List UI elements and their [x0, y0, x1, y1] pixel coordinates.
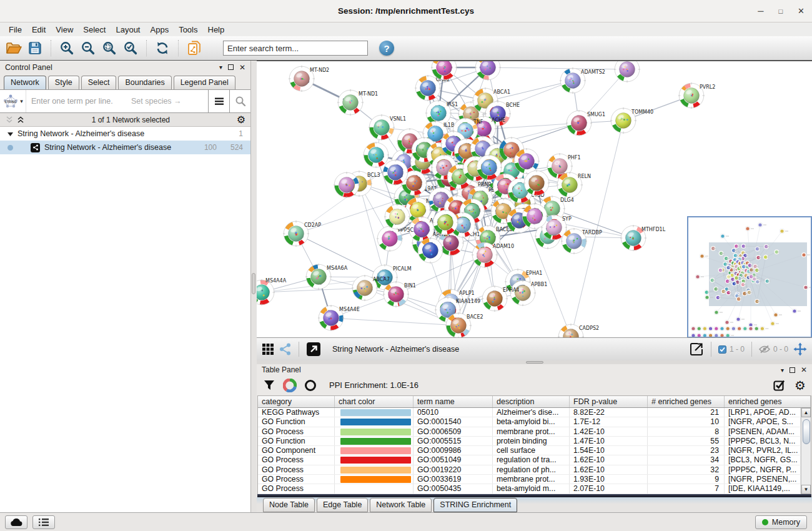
network-node[interactable]: CD2AP [283, 221, 321, 247]
chart-color-icon[interactable] [283, 379, 297, 392]
network-node[interactable]: ADAM10 [472, 242, 514, 268]
network-node[interactable]: RELN [557, 172, 591, 198]
memory-button[interactable]: Memory [755, 515, 807, 529]
scroll-up-button[interactable]: ▲ [801, 408, 811, 417]
network-node[interactable]: TOMM40 [610, 107, 653, 134]
zoom-fit-button[interactable] [101, 39, 118, 57]
export-network-button[interactable] [186, 39, 203, 57]
column-header-category[interactable]: category [258, 396, 335, 407]
string-query-input[interactable] [26, 97, 208, 106]
expand-all-icon[interactable] [16, 116, 25, 124]
minimize-button[interactable]: ─ [758, 6, 763, 16]
menu-edit[interactable]: Edit [27, 24, 51, 36]
network-node[interactable]: PPP5C [377, 226, 414, 252]
network-node[interactable]: MS4A4E [318, 305, 360, 331]
network-node[interactable]: CADPS2 [558, 324, 599, 337]
network-node[interactable]: APBB1 [510, 280, 547, 306]
birds-eye-view[interactable] [687, 216, 812, 337]
menu-apps[interactable]: Apps [146, 24, 174, 36]
export-view-icon[interactable] [689, 342, 704, 357]
network-node[interactable] [475, 61, 501, 81]
table-row[interactable]: GO FunctionGO:0005515protein binding1.47… [258, 437, 801, 446]
ring-chart-icon[interactable] [304, 379, 317, 392]
zoom-selected-button[interactable] [122, 39, 139, 57]
column-header-description[interactable]: description [493, 396, 570, 407]
network-collection-row[interactable]: String Network - Alzheimer's disease 1 [0, 127, 250, 141]
table-row[interactable]: GO ProcessGO:0033619membrane prot...1.93… [258, 475, 801, 484]
help-button[interactable]: ? [379, 41, 394, 56]
gear-icon[interactable]: ⚙ [237, 115, 245, 125]
network-canvas[interactable]: MT-ND2MT-ND1VSNL1GAB2ADAMTS2PVRL2SMUG1TO… [257, 61, 812, 337]
network-node[interactable]: PVRL2 [678, 82, 715, 109]
network-node[interactable]: SMUG1 [566, 110, 605, 136]
network-node[interactable]: MT-ND1 [337, 89, 378, 116]
horizontal-splitter[interactable] [257, 360, 812, 364]
navigator-icon[interactable] [793, 342, 807, 356]
menu-select[interactable]: Select [78, 24, 111, 36]
maximize-button[interactable]: □ [778, 7, 783, 15]
menu-layout[interactable]: Layout [111, 24, 145, 36]
network-node[interactable]: BIN1 [383, 281, 416, 307]
table-row[interactable]: GO FunctionGO:0001540beta-amyloid bi...1… [258, 417, 801, 427]
string-logo-button[interactable]: STRING ▾ [0, 90, 26, 112]
menu-view[interactable]: View [51, 24, 78, 36]
menu-file[interactable]: File [4, 24, 27, 36]
filter-icon[interactable] [263, 379, 275, 392]
tab-string-enrichment[interactable]: STRING Enrichment [433, 498, 517, 512]
menu-tools[interactable]: Tools [174, 24, 202, 36]
vertical-splitter[interactable] [251, 61, 257, 512]
gear-icon[interactable]: ⚙ [795, 379, 806, 392]
table-row[interactable]: KEGG Pathways05010Alzheimer's dise...8.8… [258, 408, 801, 417]
network-node[interactable]: TARDBP [561, 228, 602, 254]
task-history-button[interactable] [32, 515, 55, 529]
network-node[interactable]: MTHFD1L [620, 225, 666, 251]
string-search-button[interactable] [229, 90, 250, 112]
tab-network[interactable]: Network [4, 76, 46, 89]
checkbox-icon[interactable] [718, 345, 726, 354]
tab-boundaries[interactable]: Boundaries [118, 76, 171, 89]
menu-help[interactable]: Help [203, 24, 230, 36]
automation-button[interactable] [5, 515, 27, 529]
splitter-grip[interactable] [526, 361, 543, 364]
table-row[interactable]: GO ComponentGO:0009986cell surface1.54E-… [258, 446, 801, 455]
panel-menu-icon[interactable]: ▾ [781, 367, 784, 374]
string-options-button[interactable] [208, 90, 229, 112]
table-scrollbar[interactable]: ▲ ▼ [801, 408, 811, 494]
table-row[interactable]: GO ProcessGO:0019220regulation of ph...1… [258, 465, 801, 475]
network-node[interactable] [363, 142, 389, 168]
float-panel-icon[interactable] [228, 64, 234, 70]
network-node[interactable]: ADAMTS2 [560, 67, 605, 94]
table-row[interactable]: GO ProcessGO:0050435beta-amyloid m...2.0… [258, 484, 801, 494]
column-header-term-name[interactable]: term name [413, 396, 493, 407]
column-header--enriched-genes[interactable]: # enriched genes [648, 396, 725, 407]
float-panel-icon[interactable] [790, 367, 795, 373]
share-view-icon[interactable] [279, 343, 292, 355]
select-columns-icon[interactable] [773, 379, 786, 392]
close-button[interactable]: ✕ [798, 6, 805, 16]
scroll-down-button[interactable]: ▼ [801, 485, 811, 494]
search-input[interactable] [223, 41, 368, 56]
eye-slash-icon[interactable] [759, 345, 770, 354]
network-node[interactable]: BACE2 [445, 312, 483, 337]
column-header-FDR-p-value[interactable]: FDR p-value [570, 396, 648, 407]
grid-view-icon[interactable] [262, 343, 274, 355]
open-file-button[interactable] [5, 39, 22, 57]
scrollbar-thumb[interactable] [803, 419, 810, 444]
column-header-chart-color[interactable]: chart color [335, 396, 413, 407]
panel-menu-icon[interactable]: ▾ [219, 64, 222, 71]
network-node[interactable]: MT-ND2 [289, 66, 329, 92]
splitter-grip[interactable] [252, 273, 255, 294]
column-header-enriched-genes[interactable]: enriched genes [725, 396, 811, 407]
zoom-out-button[interactable] [79, 39, 97, 57]
network-row[interactable]: String Network - Alzheimer's disease 100… [0, 141, 250, 154]
tab-network-table[interactable]: Network Table [370, 498, 432, 512]
close-panel-icon[interactable]: ✕ [801, 365, 807, 374]
table-row[interactable]: GO ProcessGO:0051049regulation of tra...… [258, 455, 801, 465]
collapse-all-icon[interactable] [5, 116, 14, 124]
tab-select[interactable]: Select [81, 76, 117, 89]
tab-node-table[interactable]: Node Table [263, 498, 315, 512]
save-button[interactable] [26, 39, 44, 57]
zoom-in-button[interactable] [58, 39, 76, 57]
tree-expand-icon[interactable] [7, 132, 13, 136]
close-panel-icon[interactable]: ✕ [239, 63, 245, 72]
